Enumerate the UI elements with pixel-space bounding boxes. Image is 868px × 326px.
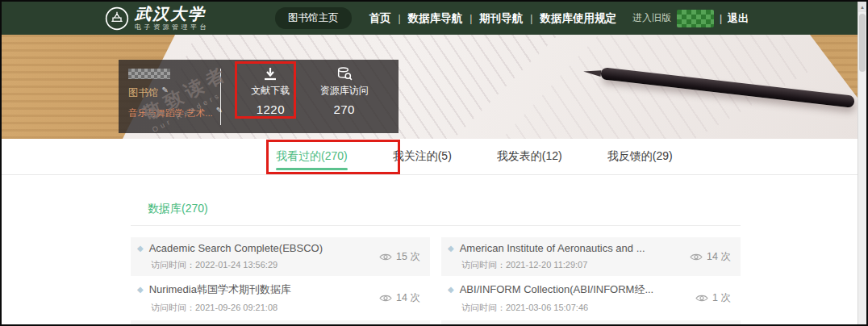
diamond-bullet-icon: ◆ (448, 245, 454, 253)
database-list-item[interactable]: ◆ AiritiLibrary台湾学术文献数据库 17 次 (131, 320, 430, 326)
views-eye-icon (690, 253, 703, 261)
library-home-button[interactable]: 图书馆主页 (275, 7, 352, 29)
downloads-label: 文献下载 (251, 84, 290, 98)
logo-subtitle: 电子资源管理平台 (135, 24, 209, 31)
app-window: 武汉大学 电子资源管理平台 图书馆主页 首页 | 数据库导航 | 期刊导航 | … (0, 0, 868, 326)
visits-value: 270 (333, 102, 355, 116)
scrollbar-up-button[interactable]: ▲ (858, 2, 866, 12)
nav-link-journal-nav[interactable]: 期刊导航 (479, 11, 523, 26)
scrollbar-thumb[interactable] (859, 14, 866, 72)
nav-link-usage-rules[interactable]: 数据库使用规定 (540, 11, 616, 26)
database-title[interactable]: Academic Search Complete(EBSCO) (149, 242, 323, 254)
diamond-bullet-icon: ◆ (448, 286, 454, 294)
user-area: 进入旧版 | 退出 (632, 10, 749, 27)
stat-resource-visits[interactable]: 资源库访问 270 (320, 67, 369, 133)
visit-time: 访问时间：2022-01-24 13:56:29 (137, 259, 323, 271)
database-icon (336, 67, 353, 81)
visit-time: 访问时间：2021-09-26 09:21:08 (137, 302, 291, 314)
profile-tabs: 我看过的(270) 我关注的(5) 我发表的(12) 我反馈的(29) (2, 139, 866, 175)
logout-button[interactable]: 退出 (728, 11, 749, 26)
main-content: 数据库(270) ◆ Academic Search Complete(EBSC… (131, 175, 741, 326)
view-count: 14 次 (396, 291, 420, 305)
visit-time: 访问时间：2021-03-06 15:07:46 (448, 302, 653, 314)
view-count: 15 次 (396, 250, 420, 264)
section-title-databases: 数据库(270) (131, 202, 741, 226)
edit-library-icon[interactable]: ✎ (162, 86, 169, 94)
user-avatar[interactable] (677, 10, 714, 27)
tab-followed[interactable]: 我关注的(5) (391, 139, 453, 174)
views-eye-icon (379, 253, 392, 261)
top-navbar: 武汉大学 电子资源管理平台 图书馆主页 首页 | 数据库导航 | 期刊导航 | … (2, 2, 866, 35)
logo-title: 武汉大学 (135, 6, 209, 22)
nav-link-database-nav[interactable]: 数据库导航 (408, 11, 463, 26)
nav-menu: 图书馆主页 首页 | 数据库导航 | 期刊导航 | 数据库使用规定 (275, 7, 616, 29)
tab-viewed[interactable]: 我看过的(270) (274, 139, 349, 174)
nav-link-home[interactable]: 首页 (369, 11, 391, 26)
logout-separator: | (720, 13, 722, 24)
view-count: 1 次 (712, 291, 731, 305)
views-eye-icon (695, 294, 708, 303)
tab-published[interactable]: 我发表的(12) (495, 139, 564, 174)
university-emblem-icon (105, 6, 129, 31)
visit-time: 访问时间：2021-12-20 11:29:07 (448, 259, 645, 271)
nav-separator: | (469, 13, 472, 24)
subjects-label: 音乐与舞蹈学,艺术... (128, 107, 213, 119)
download-icon (262, 67, 278, 81)
database-title[interactable]: Nurimedia韩国学术期刊数据库 (149, 282, 291, 297)
vertical-scrollbar[interactable]: ▲ (858, 2, 866, 324)
downloads-value: 1220 (257, 102, 285, 116)
hero-banner: 敬致读者 Our Readers 图书馆 ✎ 音乐与舞蹈学,艺术... ✎ (2, 35, 866, 139)
active-tab-underline (276, 168, 348, 170)
database-list-item[interactable]: ◆ ABI/INFORM Collection(ABI/INFORM经... 访… (441, 278, 741, 319)
database-list-item[interactable]: ◆ American Institute of Aeronautics and … (441, 237, 741, 276)
library-label: 图书馆 (128, 86, 159, 100)
profile-panel: 图书馆 ✎ 音乐与舞蹈学,艺术... ✎ 文献下载 1220 (119, 60, 399, 133)
view-count: 14 次 (707, 250, 731, 264)
database-title[interactable]: ABI/INFORM Collection(ABI/INFORM经... (460, 282, 654, 297)
database-list-item[interactable]: ◆ ACS数据库 28 次 (441, 320, 741, 326)
visits-label: 资源库访问 (320, 84, 369, 98)
nav-separator: | (399, 13, 401, 24)
database-title[interactable]: American Institute of Aeronautics and ..… (460, 242, 645, 254)
database-list: ◆ Academic Search Complete(EBSCO) 访问时间：2… (131, 237, 741, 326)
database-list-item[interactable]: ◆ Academic Search Complete(EBSCO) 访问时间：2… (131, 237, 430, 276)
stat-document-downloads[interactable]: 文献下载 1220 (251, 67, 290, 133)
nav-separator: | (530, 13, 532, 24)
diamond-bullet-icon: ◆ (137, 245, 144, 253)
university-logo[interactable]: 武汉大学 电子资源管理平台 (105, 6, 209, 31)
old-version-link[interactable]: 进入旧版 (632, 11, 671, 25)
user-name-redacted (128, 69, 170, 79)
views-eye-icon (379, 294, 392, 303)
diamond-bullet-icon: ◆ (137, 286, 144, 294)
database-list-item[interactable]: ◆ Nurimedia韩国学术期刊数据库 访问时间：2021-09-26 09:… (131, 278, 430, 319)
tab-feedback[interactable]: 我反馈的(29) (606, 139, 674, 174)
